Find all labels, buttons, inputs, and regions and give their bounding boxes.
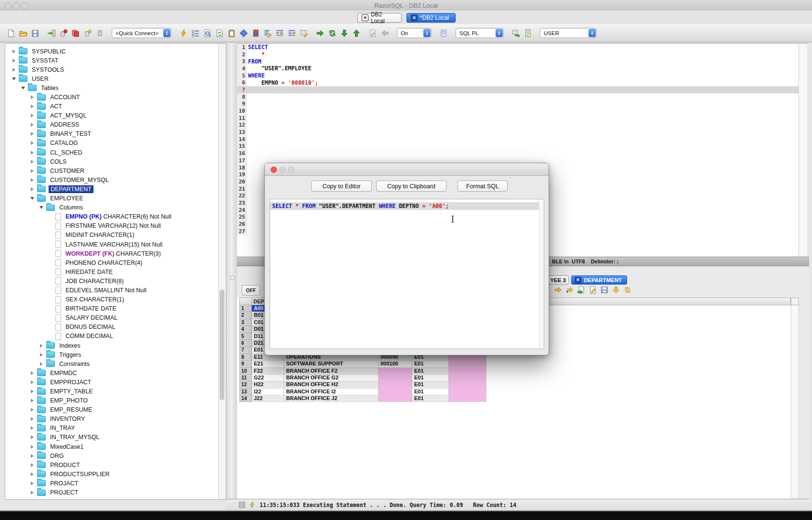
page-paste-icon[interactable] <box>227 29 236 38</box>
tree-item[interactable]: SALARY DECIMAL <box>5 313 218 323</box>
connect-icon[interactable] <box>47 29 56 38</box>
editor-line[interactable]: 12 <box>237 122 799 129</box>
null-cell[interactable] <box>449 375 486 381</box>
null-cell[interactable] <box>449 395 486 402</box>
quick-connect-select[interactable]: <Quick Connect>▲▼ <box>112 28 171 38</box>
close-tab-icon[interactable]: ✕ <box>575 277 581 284</box>
tree-item[interactable]: PHONENO CHARACTER(4) <box>5 258 218 267</box>
table-cell[interactable]: E01 <box>412 361 449 367</box>
null-cell[interactable] <box>449 361 486 367</box>
row-number[interactable]: 3 <box>239 319 252 326</box>
chevron-right-icon[interactable] <box>29 380 35 384</box>
tree-item[interactable]: ORG <box>5 451 218 460</box>
chevron-right-icon[interactable] <box>29 399 35 403</box>
chevron-right-icon[interactable] <box>29 454 35 458</box>
open-file-icon[interactable] <box>19 29 27 38</box>
res-export-icon[interactable] <box>577 286 586 294</box>
dropdown-stepper-icon[interactable]: ▲▼ <box>496 29 503 37</box>
tree-item[interactable]: EMP_RESUME <box>5 405 218 415</box>
editor-line[interactable]: 3FROM <box>237 58 799 65</box>
table-cell[interactable]: I22 <box>252 389 284 395</box>
tree-item[interactable]: HIREDATE DATE <box>5 267 218 276</box>
tree-item[interactable]: INVENTORY <box>5 415 218 424</box>
null-cell[interactable] <box>449 389 486 395</box>
bookmark-icon[interactable] <box>239 29 248 38</box>
dropdown-stepper-icon[interactable]: ▲▼ <box>589 29 596 37</box>
back-disabled-icon[interactable] <box>380 29 389 38</box>
null-cell[interactable] <box>379 381 412 388</box>
connections-icon[interactable] <box>71 29 80 38</box>
table-cell[interactable]: E01 <box>412 389 449 395</box>
go-down-icon[interactable] <box>340 29 349 38</box>
chevron-right-icon[interactable] <box>29 390 35 393</box>
tree-item[interactable]: BINARY_TEST <box>5 130 218 139</box>
save-file-icon[interactable] <box>31 29 39 38</box>
splitter-knob-icon[interactable] <box>230 275 235 280</box>
tree-item[interactable]: ACT_MYSQL <box>5 111 218 120</box>
table-row[interactable]: 9E21SOFTWARE SUPPORT000100E01 <box>239 361 791 367</box>
tree-item[interactable]: EMPNO (PK) CHARACTER(6) Not Null <box>5 212 218 221</box>
row-number[interactable]: 4 <box>239 326 252 333</box>
refresh-icon[interactable] <box>328 29 337 38</box>
tree-item[interactable]: CUSTOMER_MYSQL <box>5 175 218 184</box>
chevron-right-icon[interactable] <box>29 491 35 494</box>
dialog-textarea-scrollbar[interactable] <box>539 199 544 349</box>
tree-item[interactable]: FIRSTNME VARCHAR(12) Not Null <box>5 221 218 231</box>
describe-icon[interactable] <box>251 29 260 38</box>
close-tab-icon[interactable]: ✕ <box>362 14 368 21</box>
chevron-right-icon[interactable] <box>29 178 35 182</box>
page-search-icon[interactable] <box>203 29 212 38</box>
chevron-right-icon[interactable] <box>29 104 35 108</box>
schema-select[interactable]: USER▲▼ <box>540 28 597 38</box>
indent-icon[interactable] <box>275 29 284 38</box>
res-next-icon[interactable] <box>554 286 563 294</box>
table-cell[interactable]: BRANCH OFFICE G2 <box>284 375 379 381</box>
tree-item[interactable]: CATALOG <box>5 139 218 148</box>
tree-item[interactable]: SYSTOOLS <box>5 65 218 74</box>
chevron-right-icon[interactable] <box>11 68 17 72</box>
row-number[interactable]: 12 <box>239 381 252 388</box>
tree-item[interactable]: PRODUCT <box>5 460 218 469</box>
chevron-right-icon[interactable] <box>29 445 35 449</box>
auto-commit-off-button[interactable]: OFF <box>242 285 260 296</box>
tree-item[interactable]: SYSSTAT <box>5 56 218 65</box>
null-cell[interactable] <box>449 381 486 388</box>
tree-item[interactable]: MIDINIT CHARACTER(1) <box>5 231 218 240</box>
copy-to-clipboard-button[interactable]: Copy to Clipboard <box>376 181 446 192</box>
tree-item[interactable]: LASTNAME VARCHAR(15) Not Null <box>5 240 218 249</box>
tree-item[interactable]: Indexes <box>5 341 218 350</box>
row-number[interactable]: 11 <box>239 375 252 381</box>
editor-line[interactable]: 5WHERE <box>237 72 799 79</box>
table-cell[interactable]: E01 <box>412 375 449 381</box>
chevron-right-icon[interactable] <box>29 408 35 412</box>
dropdown-stepper-icon[interactable]: ▲▼ <box>423 29 431 37</box>
null-cell[interactable] <box>379 395 412 402</box>
dialog-minimize-icon[interactable] <box>279 167 286 173</box>
table-cell[interactable]: SOFTWARE SUPPORT <box>284 361 379 367</box>
format-sql-button[interactable]: Format SQL <box>458 181 508 192</box>
row-number[interactable]: 2 <box>239 312 252 319</box>
dropdown-stepper-icon[interactable]: ▲▼ <box>163 29 170 37</box>
editor-line[interactable]: 10 <box>237 107 799 115</box>
tree-item[interactable]: PROJACT <box>5 479 218 488</box>
res-save-icon[interactable] <box>600 286 609 294</box>
tree-item[interactable]: Constraints <box>5 359 218 368</box>
tree-item[interactable]: BONUS DECIMAL <box>5 323 218 332</box>
chevron-right-icon[interactable] <box>29 151 35 155</box>
chevron-right-icon[interactable] <box>39 344 44 348</box>
dialog-title-bar[interactable] <box>265 163 549 176</box>
vertical-splitter[interactable] <box>226 43 237 500</box>
res-edit-icon[interactable] <box>589 286 597 294</box>
table-row[interactable]: 12H22BRANCH OFFICE H2E01 <box>239 381 791 388</box>
editor-line[interactable]: 14 <box>237 136 799 143</box>
table-cell[interactable]: E01 <box>412 368 449 375</box>
table-cell[interactable]: E01 <box>412 381 449 388</box>
null-cell[interactable] <box>379 368 412 375</box>
table-row[interactable]: 13I22BRANCH OFFICE I2E01 <box>239 389 791 395</box>
chevron-right-icon[interactable] <box>29 169 35 173</box>
tree-item[interactable]: COMM DECIMAL <box>5 332 218 341</box>
chevron-right-icon[interactable] <box>29 417 35 421</box>
table-sync-icon[interactable] <box>511 29 520 38</box>
table-cell[interactable]: E21 <box>252 361 284 367</box>
table-cell[interactable]: E01 <box>412 395 449 402</box>
